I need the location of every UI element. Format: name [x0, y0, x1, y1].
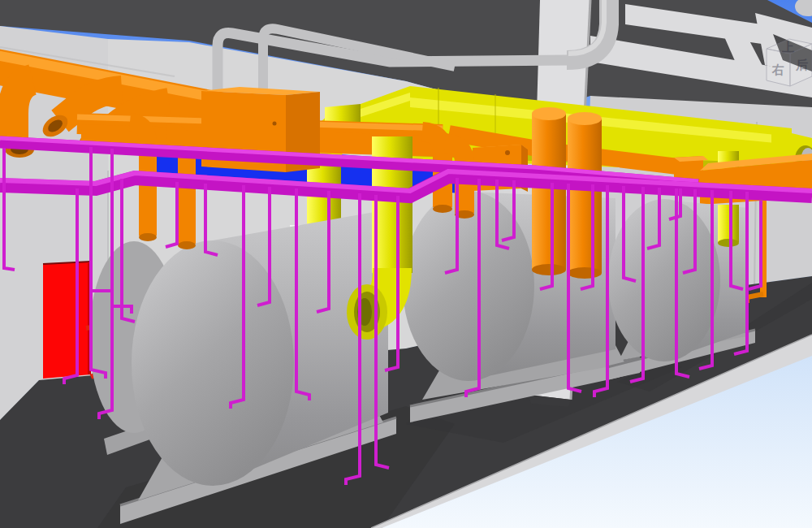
model-viewport[interactable]: 右 后 上 [0, 0, 812, 528]
viewcube-right-label[interactable]: 后 [795, 58, 808, 72]
yellow-riser-right-bottom [718, 205, 739, 242]
viewcube-top-label[interactable]: 上 [781, 40, 794, 54]
viewcube-left-label[interactable]: 右 [771, 63, 784, 77]
viewcube[interactable]: 右 后 上 [767, 39, 812, 86]
fire-door[interactable] [43, 262, 91, 379]
